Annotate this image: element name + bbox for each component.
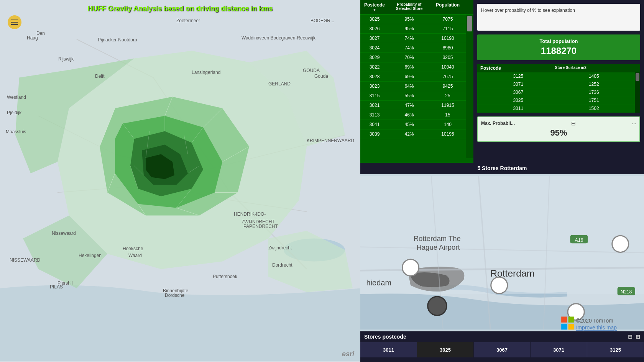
cell-population: 140: [430, 121, 465, 128]
svg-text:hiedam: hiedam: [366, 278, 391, 287]
cell-population: 7075: [430, 16, 465, 23]
store-surface-table: Postcode Store Surface m2 3125 1405 3071…: [477, 64, 640, 113]
table-row[interactable]: 3041 45% 140: [360, 120, 466, 129]
cell-probability: 74%: [388, 35, 430, 42]
bottom-right: 5 Stores Rotterdam: [360, 163, 644, 362]
postcode-bar: Stores postcode ⊟ ⊞ 30113025306730713125: [360, 331, 644, 362]
postcode-tab-3071[interactable]: 3071: [531, 342, 587, 357]
cell-postcode: 3023: [361, 83, 388, 90]
cell-population: 15: [430, 111, 465, 118]
svg-text:Improve this map: Improve this map: [576, 324, 617, 331]
postcode-tab-3011[interactable]: 3011: [360, 342, 417, 357]
postcode-tabs[interactable]: 30113025306730713125: [360, 342, 644, 357]
svg-text:Rotterdam The: Rotterdam The: [414, 234, 461, 242]
svg-text:NISSEWAARD: NISSEWAARD: [10, 257, 41, 263]
info-panel: Hover over probability of % to see expla…: [473, 0, 644, 163]
mini-map-title: 5 Stores Rotterdam: [360, 163, 644, 174]
table-row[interactable]: 3029 70% 3205: [360, 53, 466, 62]
main-map[interactable]: HUFF Gravity Analysis based on driving d…: [0, 0, 360, 362]
store-surface-row[interactable]: 3067 1736: [477, 88, 635, 97]
svg-text:©2020 TomTom: ©2020 TomTom: [576, 318, 613, 324]
svg-text:Zwijndrecht: Zwijndrecht: [268, 245, 292, 251]
table-row[interactable]: 3023 64% 9425: [360, 82, 466, 91]
svg-text:Maassluis: Maassluis: [6, 129, 26, 134]
menu-button[interactable]: [8, 15, 21, 29]
ss-cell-postcode: 3011: [480, 106, 556, 111]
svg-point-61: [612, 236, 629, 252]
ss-cell-postcode: 3125: [480, 74, 556, 79]
filter-icon-bar[interactable]: ⊟: [628, 334, 632, 340]
table-row[interactable]: 3022 69% 10040: [360, 62, 466, 72]
esri-logo: esri: [342, 350, 354, 358]
ss-header-postcode: Postcode: [480, 66, 555, 71]
max-prob-header: Max. Probabil... ⊟ ···: [481, 120, 636, 126]
svg-text:PAPENDRECHT: PAPENDRECHT: [243, 224, 278, 229]
postcode-tab-3067[interactable]: 3067: [474, 342, 531, 357]
svg-text:Delft: Delft: [95, 74, 105, 79]
table-row[interactable]: 3026 95% 7115: [360, 24, 466, 34]
ss-cell-postcode: 3067: [480, 90, 556, 95]
mini-map-container[interactable]: A16 N218 Rotterdam The Hague Airport Rot…: [360, 174, 644, 331]
svg-text:Haag: Haag: [27, 35, 38, 41]
cell-postcode: 3026: [361, 25, 388, 32]
postcode-tab-3125[interactable]: 3125: [587, 342, 644, 357]
grid-icon-bar[interactable]: ⊞: [636, 334, 640, 340]
table-row[interactable]: 3025 95% 7075: [360, 15, 466, 24]
table-row[interactable]: 3113 46% 15: [360, 110, 466, 120]
table-row[interactable]: 3021 47% 11915: [360, 101, 466, 110]
svg-text:Zoetermeer: Zoetermeer: [176, 18, 200, 23]
table-row[interactable]: 3027 74% 10190: [360, 34, 466, 43]
cell-postcode: 3041: [361, 121, 388, 128]
data-table: Postcode ▼ Probability of Selected Store…: [360, 0, 473, 163]
cell-probability: 69%: [388, 73, 430, 80]
svg-text:Rijswijk: Rijswijk: [58, 56, 74, 62]
svg-text:GERLAND: GERLAND: [268, 81, 291, 87]
store-surface-row[interactable]: 3011 1502: [477, 105, 635, 113]
svg-point-58: [491, 277, 508, 293]
hover-info-text: Hover over probability of % to see expla…: [481, 8, 575, 13]
svg-text:Gouda: Gouda: [314, 74, 328, 79]
table-row[interactable]: 3115 55% 25: [360, 91, 466, 101]
cell-probability: 42%: [388, 131, 430, 138]
svg-rect-65: [568, 324, 574, 329]
cell-probability: 64%: [388, 83, 430, 90]
cell-population: 10190: [430, 35, 465, 42]
svg-text:Hekelingen: Hekelingen: [79, 253, 102, 258]
postcode-bar-header: Stores postcode ⊟ ⊞: [360, 331, 644, 342]
cell-probability: 69%: [388, 64, 430, 70]
table-body: 3025 95% 7075 3026 95% 7115 3027 74% 101…: [360, 15, 466, 139]
svg-text:HENDRIK-IDO-: HENDRIK-IDO-: [234, 211, 266, 217]
svg-text:Pjeldijk: Pjeldijk: [7, 110, 22, 115]
svg-text:Pijnacker-Nootdorp: Pijnacker-Nootdorp: [98, 37, 137, 43]
max-probability-box[interactable]: Max. Probabil... ⊟ ··· 95%: [477, 116, 640, 142]
mini-map-section: 5 Stores Rotterdam: [360, 163, 644, 331]
table-row[interactable]: 3024 74% 8980: [360, 43, 466, 53]
table-row[interactable]: 3028 69% 7675: [360, 72, 466, 82]
store-surface-row[interactable]: 3125 1405: [477, 72, 635, 80]
postcode-bar-label: Stores postcode: [364, 334, 406, 340]
table-header: Postcode ▼ Probability of Selected Store…: [360, 0, 473, 15]
scrollbar[interactable]: [466, 15, 473, 158]
cell-probability: 70%: [388, 54, 430, 61]
cell-postcode: 3027: [361, 35, 388, 42]
cell-population: 7675: [430, 73, 465, 80]
svg-text:Hoeksche: Hoeksche: [123, 246, 143, 251]
svg-text:Nissewaard: Nissewaard: [52, 231, 76, 236]
postcode-tab-3025[interactable]: 3025: [417, 342, 474, 357]
total-population-box: Total population 1188270: [477, 34, 640, 60]
store-surface-row[interactable]: 3071 1252: [477, 80, 635, 88]
cell-postcode: 3021: [361, 102, 388, 109]
store-surface-body: 3125 1405 3071 1252 3067 1736 3025 1751 …: [477, 72, 635, 113]
filter-icon[interactable]: ⊟: [571, 120, 576, 126]
cell-population: 3205: [430, 54, 465, 61]
store-surface-row[interactable]: 3025 1751: [477, 97, 635, 105]
cell-population: 11915: [430, 102, 465, 109]
cell-postcode: 3025: [361, 16, 388, 23]
cell-population: 25: [430, 92, 465, 99]
table-row[interactable]: 3039 42% 10195: [360, 129, 466, 139]
ss-cell-surface: 1502: [556, 106, 632, 111]
cell-probability: 46%: [388, 111, 430, 118]
more-options-icon[interactable]: ···: [632, 120, 636, 126]
hamburger-icon: [11, 20, 18, 25]
ss-cell-surface: 1405: [556, 74, 632, 79]
